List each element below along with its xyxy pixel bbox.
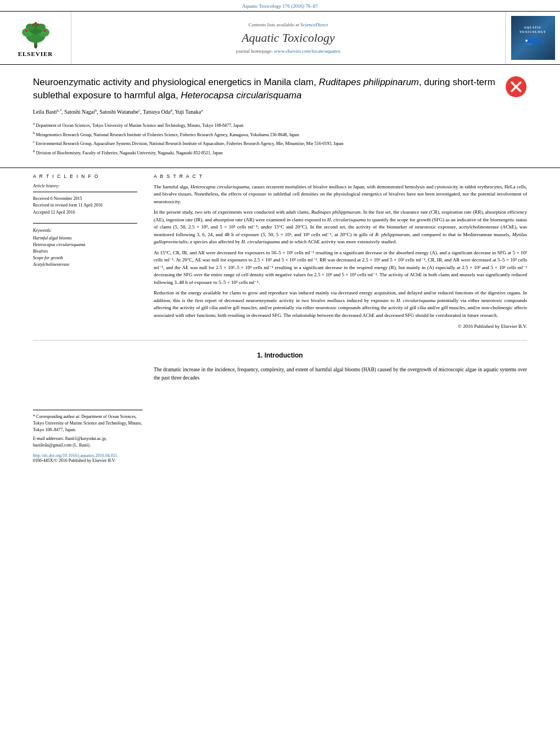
article-title-block: Neuroenzymatic activity and physiologica…: [33, 76, 527, 102]
intro-columns: * Corresponding author at: Department of…: [33, 366, 527, 463]
journal-badge-section: AQUATICTOXIcoLOGY: [505, 12, 560, 64]
svg-point-9: [44, 30, 46, 32]
journal-center-header: Contents lists available at ScienceDirec…: [71, 12, 505, 64]
email-note: E-mail addresses: lbasti1@kaiyodai.ac.jp…: [33, 436, 143, 449]
svg-point-11: [37, 24, 40, 26]
article-info-col: A R T I C L E I N F O Article history: R…: [33, 174, 143, 330]
elsevier-tree-icon: [16, 19, 55, 49]
copyright-line: © 2016 Published by Elsevier B.V.: [154, 323, 527, 329]
affiliation-a: a Department of Ocean Sciences, Tokyo Un…: [33, 121, 527, 129]
footnote-star: * Corresponding author at: Department of…: [33, 414, 143, 433]
svg-point-10: [32, 24, 34, 26]
journal-citation: Aquatic Toxicology 176 (2016) 76–87: [0, 0, 560, 11]
sciencedirect-link[interactable]: ScienceDirect: [300, 22, 328, 27]
svg-point-8: [25, 30, 27, 32]
abstract-para-1: The harmful alga, Heterocapsa circularis…: [154, 183, 527, 206]
article-history-group: Article history: Received 6 November 201…: [33, 183, 137, 216]
issn-line: 0166-445X/© 2016 Published by Elsevier B…: [33, 458, 143, 463]
svg-rect-1: [35, 45, 37, 48]
svg-point-13: [524, 37, 540, 46]
keyword-1: Harmful algal blooms: [33, 235, 137, 242]
affiliation-d: d Division of Biochemistry, Faculty of F…: [33, 148, 527, 157]
journal-link[interactable]: Aquatic Toxicology 176 (2016) 76–87: [242, 3, 318, 9]
homepage-link[interactable]: www.elsevier.com/locate/aquatox: [274, 48, 340, 54]
keyword-2: Heterocapsa circularisquama: [33, 242, 137, 248]
abstract-header: A B S T R A C T: [154, 174, 527, 179]
keyword-4: Scope for growth: [33, 255, 137, 261]
article-info-abstract-section: A R T I C L E I N F O Article history: R…: [0, 168, 560, 335]
intro-footer-col: * Corresponding author at: Department of…: [33, 366, 143, 463]
crossmark-icon: [505, 76, 527, 98]
keywords-label: Keywords:: [33, 228, 137, 233]
svg-marker-14: [540, 38, 544, 46]
article-title: Neuroenzymatic activity and physiologica…: [33, 76, 499, 102]
footer-notes: * Corresponding author at: Department of…: [33, 410, 143, 463]
history-divider: [33, 192, 137, 192]
journal-title: Aquatic Toxicology: [242, 31, 335, 45]
keywords-group: Keywords: Harmful algal blooms Heterocap…: [33, 228, 137, 268]
abstract-para-3: At 15°C, CR, IR, and AR were decreased f…: [154, 249, 527, 287]
abstract-col: A B S T R A C T The harmful alga, Hetero…: [154, 174, 527, 330]
introduction-section: 1. Introduction * Corresponding author a…: [0, 346, 560, 468]
abstract-para-4: Reduction in the energy available for cl…: [154, 289, 527, 319]
affiliation-b: b Metagenomics Research Group, National …: [33, 130, 527, 138]
svg-point-15: [525, 40, 528, 42]
crossmark-section[interactable]: [505, 76, 527, 99]
elsevier-logo-section: ELSEVIER: [0, 12, 71, 64]
keyword-5: Acetylcholinesterase: [33, 261, 137, 268]
intro-text-col: The dramatic increase in the incidence, …: [154, 366, 527, 463]
affiliations-section: a Department of Ocean Sciences, Tokyo Un…: [33, 121, 527, 157]
main-divider: [33, 340, 527, 341]
article-dates: Received 6 November 2015 Received in rev…: [33, 196, 137, 216]
article-info-header: A R T I C L E I N F O: [33, 174, 137, 179]
svg-point-12: [35, 22, 37, 24]
authors-line: Leila Bastia,*, Satoshi Nagaib, Satoshi …: [33, 108, 527, 116]
homepage-line: journal homepage: www.elsevier.com/locat…: [236, 48, 341, 54]
affiliation-c: c Environmental Research Group, Aquacult…: [33, 139, 527, 147]
intro-header: 1. Introduction: [33, 352, 527, 359]
badge-top-text: AQUATICTOXIcoLOGY: [519, 26, 546, 34]
article-history-label: Article history:: [33, 183, 137, 188]
journal-header: ELSEVIER Contents lists available at Sci…: [0, 11, 560, 65]
keywords-divider: [33, 223, 137, 224]
keyword-3: Bivalves: [33, 248, 137, 255]
contents-line: Contents lists available at ScienceDirec…: [249, 22, 328, 27]
doi-line: http://dx.doi.org/10.1016/j.aquatox.2016…: [33, 452, 143, 458]
abstract-text: The harmful alga, Heterocapsa circularis…: [154, 183, 527, 320]
aquatic-toxicology-badge: AQUATICTOXIcoLOGY: [511, 16, 555, 60]
abstract-para-2: In the present study, two sets of experi…: [154, 209, 527, 246]
article-section: Neuroenzymatic activity and physiologica…: [0, 65, 560, 168]
badge-fish-icon: [522, 35, 544, 49]
elsevier-wordmark: ELSEVIER: [18, 51, 53, 57]
